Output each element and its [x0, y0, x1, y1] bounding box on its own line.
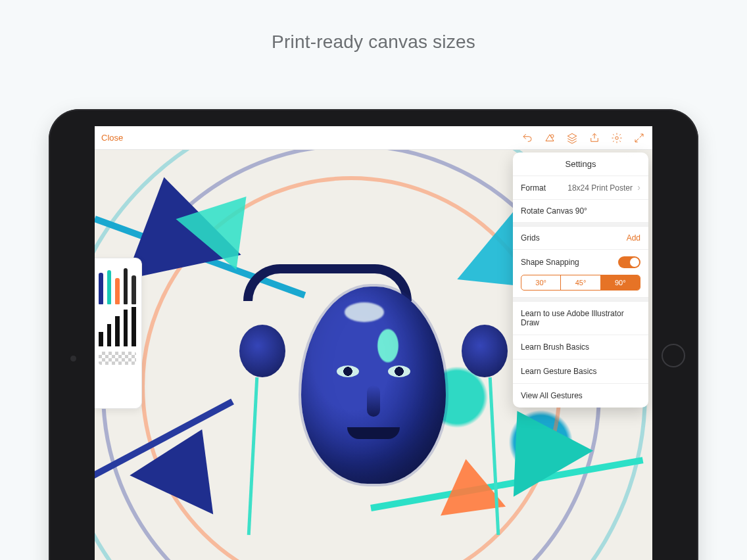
app-screen: Close — [95, 126, 652, 560]
top-toolbar: Close — [95, 126, 652, 150]
settings-icon[interactable] — [610, 131, 623, 145]
transparency-swatch[interactable] — [99, 352, 136, 365]
brush-row-colors[interactable] — [99, 265, 136, 304]
learn-brush-link[interactable]: Learn Brush Basics — [513, 335, 648, 359]
grids-row[interactable]: Grids Add — [513, 226, 648, 249]
view-gestures-link[interactable]: View All Gestures — [513, 383, 648, 408]
angle-option-30[interactable]: 30° — [521, 275, 560, 290]
format-value-wrap: 18x24 Print Poster › — [567, 183, 640, 193]
settings-title: Settings — [513, 152, 648, 175]
brush-row-sizes[interactable] — [99, 307, 136, 346]
brush-panel[interactable] — [95, 258, 142, 409]
angle-option-45[interactable]: 45° — [560, 275, 600, 290]
format-value: 18x24 Print Poster — [567, 183, 633, 193]
format-row[interactable]: Format 18x24 Print Poster › — [513, 175, 648, 199]
snap-label: Shape Snapping — [521, 258, 579, 267]
home-button — [662, 344, 685, 367]
brush-size[interactable] — [107, 324, 112, 346]
brush-swatch[interactable] — [132, 275, 136, 304]
settings-popover: Settings Format 18x24 Print Poster › Rot… — [513, 152, 648, 408]
brush-swatch[interactable] — [107, 270, 112, 304]
undo-icon[interactable] — [521, 131, 534, 145]
brush-size[interactable] — [115, 316, 120, 346]
snap-toggle[interactable] — [618, 256, 640, 268]
device-frame: Close — [49, 109, 698, 560]
grids-label: Grids — [521, 233, 540, 243]
layers-icon[interactable] — [566, 131, 579, 145]
fullscreen-icon[interactable] — [633, 131, 646, 145]
brush-size[interactable] — [132, 307, 136, 346]
learn-gesture-link[interactable]: Learn Gesture Basics — [513, 359, 648, 383]
rotate-label: Rotate Canvas 90° — [521, 206, 587, 216]
format-label: Format — [521, 183, 546, 193]
shape-snapping-row: Shape Snapping — [513, 249, 648, 275]
illustration-face — [255, 246, 492, 548]
brush-size[interactable] — [99, 332, 103, 346]
angle-option-90[interactable]: 90° — [600, 275, 640, 290]
close-button[interactable]: Close — [101, 133, 123, 143]
learn-illustrator-link[interactable]: Learn to use Adobe Illustrator Draw — [513, 301, 648, 335]
svg-point-1 — [615, 136, 619, 139]
svg-point-0 — [551, 134, 554, 137]
angle-segmented-control[interactable]: 30° 45° 90° — [521, 275, 640, 291]
grids-add-button[interactable]: Add — [627, 233, 640, 243]
page-heading: Print-ready canvas sizes — [0, 32, 747, 53]
brush-size[interactable] — [124, 310, 128, 346]
share-icon[interactable] — [588, 131, 601, 145]
brush-swatch[interactable] — [115, 278, 120, 304]
shape-icon[interactable] — [543, 131, 556, 145]
toolbar-icon-group — [521, 131, 646, 145]
brush-swatch[interactable] — [124, 268, 128, 304]
chevron-right-icon: › — [637, 182, 640, 193]
rotate-canvas-row[interactable]: Rotate Canvas 90° — [513, 199, 648, 222]
brush-swatch[interactable] — [99, 273, 103, 304]
